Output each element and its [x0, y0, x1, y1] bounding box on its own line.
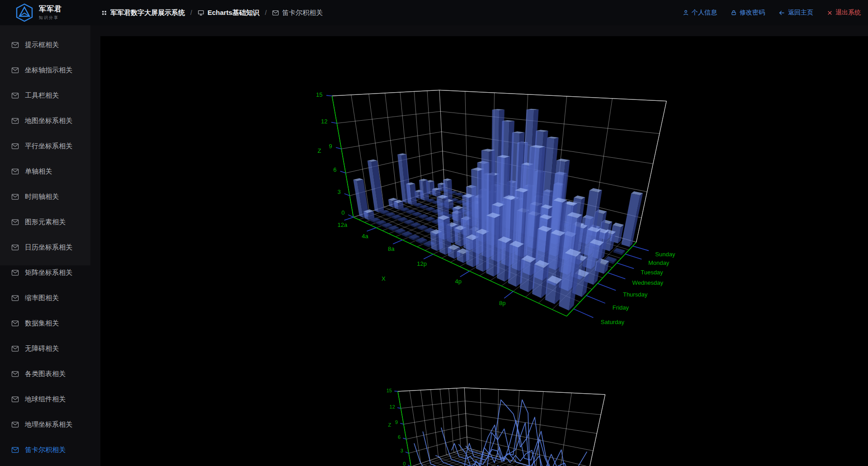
- monitor-icon: [198, 9, 204, 16]
- sidebar-item[interactable]: 日历坐标系相关: [0, 238, 90, 256]
- mail-icon: [11, 370, 19, 378]
- sidebar-item[interactable]: 地理坐标系相关: [0, 415, 90, 433]
- main-content: [100, 36, 868, 466]
- sidebar-item[interactable]: 坐标轴指示相关: [0, 61, 90, 79]
- sidebar-item[interactable]: 单轴相关: [0, 162, 90, 180]
- sidebar-item[interactable]: 地球组件相关: [0, 390, 90, 408]
- sidebar-item[interactable]: 图形元素相关: [0, 213, 90, 231]
- sidebar-item-label: 日历坐标系相关: [25, 243, 72, 252]
- breadcrumb-label: 笛卡尔积相关: [282, 9, 323, 17]
- profile-link[interactable]: 个人信息: [683, 9, 717, 17]
- mail-icon: [11, 168, 19, 175]
- action-label: 退出系统: [835, 9, 861, 17]
- sidebar-item-label: 单轴相关: [25, 167, 52, 176]
- sidebar-item[interactable]: 提示框相关: [0, 36, 90, 54]
- mail-icon: [11, 117, 19, 125]
- action-label: 个人信息: [692, 9, 717, 17]
- logout-link[interactable]: 退出系统: [827, 9, 861, 17]
- top-header: 军军君 知识分享 军军君数字大屏展示系统 / Echarts基础知识 / 笛卡尔…: [0, 0, 868, 25]
- sidebar-item[interactable]: 工具栏相关: [0, 86, 90, 104]
- mail-icon: [11, 320, 19, 327]
- mail-icon: [272, 9, 279, 16]
- sidebar-item[interactable]: 数据集相关: [0, 314, 90, 332]
- close-icon: [827, 10, 833, 16]
- mail-icon: [11, 395, 19, 403]
- breadcrumb-item-echarts[interactable]: Echarts基础知识: [198, 9, 259, 17]
- sidebar-item-label: 平行坐标系相关: [25, 142, 72, 151]
- sidebar: 提示框相关坐标轴指示相关工具栏相关地图坐标系相关平行坐标系相关单轴相关时间轴相关…: [0, 25, 100, 466]
- sidebar-item-label: 时间轴相关: [25, 193, 59, 201]
- sidebar-item[interactable]: 平行坐标系相关: [0, 137, 90, 155]
- sidebar-item-label: 地图坐标系相关: [25, 117, 72, 125]
- breadcrumb-item-system[interactable]: 军军君数字大屏展示系统: [101, 9, 185, 17]
- sidebar-item-label: 提示框相关: [25, 41, 59, 49]
- app-logo: 军军君 知识分享: [0, 0, 100, 25]
- mail-icon: [11, 294, 19, 302]
- sidebar-item-label: 地理坐标系相关: [25, 420, 72, 429]
- breadcrumb-item-current[interactable]: 笛卡尔积相关: [272, 9, 323, 17]
- sidebar-item[interactable]: 笛卡尔积相关: [0, 441, 90, 459]
- breadcrumb-separator: /: [265, 9, 267, 16]
- sidebar-item-label: 地球组件相关: [25, 395, 66, 404]
- lock-icon: [731, 9, 737, 16]
- mail-icon: [11, 193, 19, 201]
- breadcrumb-label: Echarts基础知识: [208, 9, 259, 17]
- sidebar-item[interactable]: 各类图表相关: [0, 365, 90, 383]
- mail-icon: [11, 446, 19, 454]
- breadcrumb-label: 军军君数字大屏展示系统: [110, 9, 185, 17]
- sidebar-item[interactable]: 矩阵坐标系相关: [0, 264, 90, 282]
- sidebar-item-label: 笛卡尔积相关: [25, 446, 66, 454]
- sidebar-item-label: 各类图表相关: [25, 370, 66, 378]
- mail-icon: [11, 218, 19, 226]
- sidebar-item-label: 图形元素相关: [25, 218, 66, 226]
- mail-icon: [11, 421, 19, 428]
- mail-icon: [11, 92, 19, 99]
- mail-icon: [11, 345, 19, 353]
- logo-subtitle: 知识分享: [39, 15, 62, 21]
- sidebar-item-label: 无障碍相关: [25, 344, 59, 353]
- sidebar-item-label: 工具栏相关: [25, 91, 59, 100]
- sidebar-item[interactable]: 时间轴相关: [0, 188, 90, 206]
- mail-icon: [11, 66, 19, 74]
- mail-icon: [11, 244, 19, 251]
- user-icon: [683, 9, 689, 16]
- sidebar-item[interactable]: 缩率图相关: [0, 289, 90, 307]
- back-home-link[interactable]: 返回主页: [778, 9, 813, 17]
- sidebar-item[interactable]: 地图坐标系相关: [0, 112, 90, 130]
- grid-icon: [101, 10, 107, 16]
- breadcrumb-separator: /: [190, 9, 192, 16]
- sidebar-item-label: 矩阵坐标系相关: [25, 268, 72, 277]
- action-label: 修改密码: [740, 9, 765, 17]
- sidebar-item-label: 坐标轴指示相关: [25, 66, 72, 75]
- change-password-link[interactable]: 修改密码: [731, 9, 765, 17]
- sidebar-item-label: 缩率图相关: [25, 294, 59, 302]
- action-label: 返回主页: [788, 9, 813, 17]
- sidebar-item[interactable]: 无障碍相关: [0, 339, 90, 358]
- mail-icon: [11, 269, 19, 277]
- mail-icon: [11, 41, 19, 49]
- arrow-left-icon: [778, 9, 785, 16]
- charts-canvas[interactable]: [100, 36, 868, 466]
- mail-icon: [11, 142, 19, 150]
- logo-title: 军军君: [39, 5, 62, 14]
- header-actions: 个人信息 修改密码 返回主页 退出系统: [683, 9, 868, 17]
- sidebar-item-label: 数据集相关: [25, 319, 59, 328]
- breadcrumb: 军军君数字大屏展示系统 / Echarts基础知识 / 笛卡尔积相关: [101, 9, 323, 17]
- logo-icon: [15, 3, 33, 22]
